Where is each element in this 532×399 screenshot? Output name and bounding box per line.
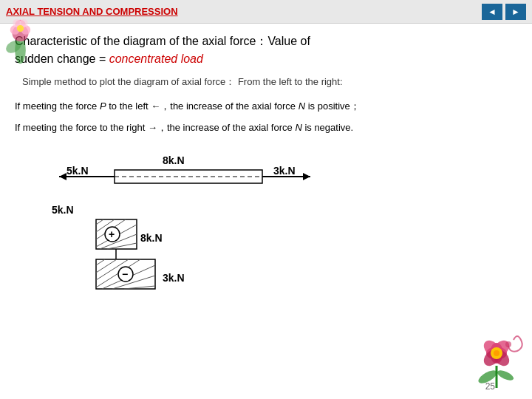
rule1-text: If meeting the force P to the left ←，the… [15, 99, 517, 115]
diagram-area: 5k.N 8k.N 3k.N 5k.N [15, 151, 517, 295]
svg-point-51 [494, 350, 499, 356]
svg-marker-15 [59, 173, 66, 180]
vertical-force-diagram: 5k.N + 8k.N [44, 199, 281, 295]
simple-method-text: Simple method to plot the diagram of axi… [22, 75, 517, 89]
rule2-text: If meeting the force to the right →，the … [15, 120, 517, 136]
svg-text:8k.N: 8k.N [140, 232, 163, 244]
svg-point-52 [505, 341, 511, 347]
horizontal-force-diagram: 5k.N 8k.N 3k.N [44, 151, 340, 199]
svg-point-8 [17, 25, 24, 32]
main-content: Characteristic of the diagram of the axi… [0, 24, 532, 304]
back-button[interactable]: ◄ [482, 4, 502, 20]
svg-text:5k.N: 5k.N [66, 165, 89, 177]
svg-line-31 [96, 259, 105, 265]
svg-text:5k.N: 5k.N [52, 204, 74, 216]
concentrated-load-label: concentrated load [109, 52, 203, 65]
svg-text:+: + [109, 228, 115, 240]
flower-decoration-br [466, 325, 528, 392]
characteristic-text: Characteristic of the diagram of the axi… [15, 33, 517, 68]
svg-line-32 [96, 259, 117, 273]
svg-point-43 [496, 368, 515, 382]
header: AXIAL TENSION AND COMPRESSION ◄ ► [0, 0, 532, 24]
svg-marker-17 [303, 173, 310, 180]
svg-text:3k.N: 3k.N [163, 272, 185, 284]
svg-text:8k.N: 8k.N [163, 154, 185, 166]
svg-text:−: − [122, 268, 128, 280]
svg-line-20 [96, 219, 103, 225]
svg-text:3k.N: 3k.N [273, 165, 296, 177]
forward-button[interactable]: ► [505, 4, 526, 20]
nav-buttons: ◄ ► [482, 4, 526, 20]
